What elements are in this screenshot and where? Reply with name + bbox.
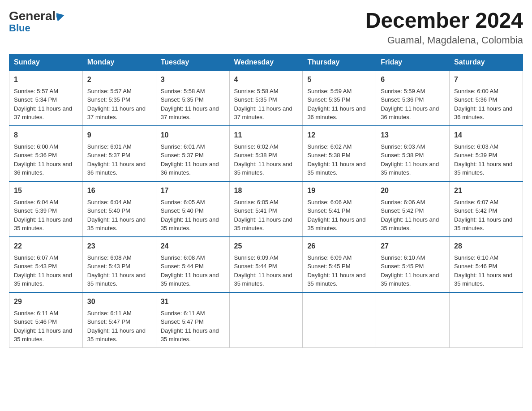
table-row: 9 Sunrise: 6:01 AM Sunset: 5:37 PM Dayli… xyxy=(82,126,156,181)
calendar-week-row: 15 Sunrise: 6:04 AM Sunset: 5:39 PM Dayl… xyxy=(9,181,523,237)
day-sunset: Sunset: 5:41 PM xyxy=(307,207,350,214)
day-number: 25 xyxy=(234,241,298,252)
calendar-table: Sunday Monday Tuesday Wednesday Thursday… xyxy=(9,54,523,348)
day-sunset: Sunset: 5:38 PM xyxy=(307,152,350,158)
col-saturday: Saturday xyxy=(450,54,523,70)
table-row: 12 Sunrise: 6:02 AM Sunset: 5:38 PM Dayl… xyxy=(303,126,376,181)
day-number: 17 xyxy=(161,185,225,196)
day-daylight: Daylight: 11 hours and 35 minutes. xyxy=(234,161,292,176)
table-row: 25 Sunrise: 6:09 AM Sunset: 5:44 PM Dayl… xyxy=(229,237,303,292)
day-sunset: Sunset: 5:47 PM xyxy=(87,318,130,325)
day-sunrise: Sunrise: 6:07 AM xyxy=(454,199,498,206)
day-sunset: Sunset: 5:44 PM xyxy=(161,263,204,270)
day-number: 1 xyxy=(14,74,78,85)
table-row xyxy=(303,292,376,348)
day-sunset: Sunset: 5:47 PM xyxy=(161,318,204,325)
day-daylight: Daylight: 11 hours and 35 minutes. xyxy=(161,216,219,232)
calendar-week-row: 29 Sunrise: 6:11 AM Sunset: 5:46 PM Dayl… xyxy=(9,292,523,348)
day-sunrise: Sunrise: 6:01 AM xyxy=(87,143,132,150)
day-number: 6 xyxy=(381,74,445,85)
day-sunset: Sunset: 5:42 PM xyxy=(454,207,497,214)
day-number: 4 xyxy=(234,74,298,85)
table-row: 21 Sunrise: 6:07 AM Sunset: 5:42 PM Dayl… xyxy=(450,181,523,237)
logo-blue-text: Blue xyxy=(9,22,30,34)
day-sunrise: Sunrise: 6:03 AM xyxy=(381,143,425,150)
day-number: 9 xyxy=(87,130,151,141)
table-row: 11 Sunrise: 6:02 AM Sunset: 5:38 PM Dayl… xyxy=(229,126,303,181)
col-thursday: Thursday xyxy=(303,54,376,70)
day-sunset: Sunset: 5:39 PM xyxy=(14,207,57,214)
calendar-week-row: 1 Sunrise: 5:57 AM Sunset: 5:34 PM Dayli… xyxy=(9,70,523,126)
day-sunset: Sunset: 5:45 PM xyxy=(307,263,350,270)
table-row: 1 Sunrise: 5:57 AM Sunset: 5:34 PM Dayli… xyxy=(9,70,83,126)
day-sunset: Sunset: 5:43 PM xyxy=(14,263,57,270)
day-sunrise: Sunrise: 5:58 AM xyxy=(234,88,279,94)
table-row: 19 Sunrise: 6:06 AM Sunset: 5:41 PM Dayl… xyxy=(303,181,376,237)
day-number: 26 xyxy=(307,241,371,252)
day-sunrise: Sunrise: 6:08 AM xyxy=(161,254,205,261)
day-number: 29 xyxy=(14,296,78,307)
day-number: 19 xyxy=(307,185,371,196)
day-sunrise: Sunrise: 6:05 AM xyxy=(161,199,205,206)
day-number: 10 xyxy=(161,130,225,141)
day-number: 30 xyxy=(87,296,151,307)
day-daylight: Daylight: 11 hours and 35 minutes. xyxy=(14,272,72,287)
table-row xyxy=(450,292,523,348)
day-number: 5 xyxy=(307,74,371,85)
day-daylight: Daylight: 11 hours and 35 minutes. xyxy=(454,216,512,232)
table-row: 16 Sunrise: 6:04 AM Sunset: 5:40 PM Dayl… xyxy=(82,181,156,237)
day-sunrise: Sunrise: 6:09 AM xyxy=(307,254,352,261)
day-sunrise: Sunrise: 6:10 AM xyxy=(381,254,425,261)
title-section: December 2024 Guamal, Magdalena, Colombi… xyxy=(365,9,523,46)
day-sunset: Sunset: 5:39 PM xyxy=(454,152,497,158)
day-sunset: Sunset: 5:38 PM xyxy=(234,152,277,158)
day-daylight: Daylight: 11 hours and 37 minutes. xyxy=(14,105,72,121)
col-sunday: Sunday xyxy=(9,54,83,70)
day-sunset: Sunset: 5:35 PM xyxy=(87,96,130,103)
day-daylight: Daylight: 11 hours and 35 minutes. xyxy=(307,216,365,232)
day-sunrise: Sunrise: 6:01 AM xyxy=(161,143,205,150)
table-row: 15 Sunrise: 6:04 AM Sunset: 5:39 PM Dayl… xyxy=(9,181,83,237)
day-sunset: Sunset: 5:44 PM xyxy=(234,263,277,270)
day-sunset: Sunset: 5:46 PM xyxy=(14,318,57,325)
table-row: 2 Sunrise: 5:57 AM Sunset: 5:35 PM Dayli… xyxy=(82,70,156,126)
month-year-title: December 2024 xyxy=(365,9,523,33)
day-daylight: Daylight: 11 hours and 35 minutes. xyxy=(234,216,292,232)
day-daylight: Daylight: 11 hours and 37 minutes. xyxy=(87,105,146,121)
day-daylight: Daylight: 11 hours and 35 minutes. xyxy=(87,327,146,343)
day-sunset: Sunset: 5:34 PM xyxy=(14,96,57,103)
day-sunset: Sunset: 5:40 PM xyxy=(161,207,204,214)
logo: General Blue xyxy=(9,9,64,34)
day-sunrise: Sunrise: 6:03 AM xyxy=(454,143,498,150)
table-row: 30 Sunrise: 6:11 AM Sunset: 5:47 PM Dayl… xyxy=(82,292,156,348)
table-row: 6 Sunrise: 5:59 AM Sunset: 5:36 PM Dayli… xyxy=(376,70,450,126)
day-number: 31 xyxy=(161,296,225,307)
table-row: 20 Sunrise: 6:06 AM Sunset: 5:42 PM Dayl… xyxy=(376,181,450,237)
table-row: 27 Sunrise: 6:10 AM Sunset: 5:45 PM Dayl… xyxy=(376,237,450,292)
day-sunset: Sunset: 5:46 PM xyxy=(454,263,497,270)
col-monday: Monday xyxy=(82,54,156,70)
table-row: 4 Sunrise: 5:58 AM Sunset: 5:35 PM Dayli… xyxy=(229,70,303,126)
table-row: 10 Sunrise: 6:01 AM Sunset: 5:37 PM Dayl… xyxy=(156,126,229,181)
logo-general-text: General xyxy=(9,9,56,23)
day-daylight: Daylight: 11 hours and 35 minutes. xyxy=(87,272,146,287)
col-tuesday: Tuesday xyxy=(156,54,229,70)
table-row: 22 Sunrise: 6:07 AM Sunset: 5:43 PM Dayl… xyxy=(9,237,83,292)
day-daylight: Daylight: 11 hours and 36 minutes. xyxy=(307,105,365,121)
day-sunset: Sunset: 5:35 PM xyxy=(234,96,277,103)
day-daylight: Daylight: 11 hours and 35 minutes. xyxy=(161,272,219,287)
day-number: 14 xyxy=(454,130,518,141)
page-header: General Blue December 2024 Guamal, Magda… xyxy=(9,9,523,46)
table-row: 31 Sunrise: 6:11 AM Sunset: 5:47 PM Dayl… xyxy=(156,292,229,348)
day-daylight: Daylight: 11 hours and 35 minutes. xyxy=(14,216,72,232)
day-number: 2 xyxy=(87,74,151,85)
table-row xyxy=(376,292,450,348)
day-number: 20 xyxy=(381,185,445,196)
day-number: 21 xyxy=(454,185,518,196)
day-sunrise: Sunrise: 6:04 AM xyxy=(87,199,132,206)
day-sunset: Sunset: 5:37 PM xyxy=(87,152,130,158)
day-number: 13 xyxy=(381,130,445,141)
day-daylight: Daylight: 11 hours and 36 minutes. xyxy=(14,161,72,176)
col-wednesday: Wednesday xyxy=(229,54,303,70)
table-row: 26 Sunrise: 6:09 AM Sunset: 5:45 PM Dayl… xyxy=(303,237,376,292)
